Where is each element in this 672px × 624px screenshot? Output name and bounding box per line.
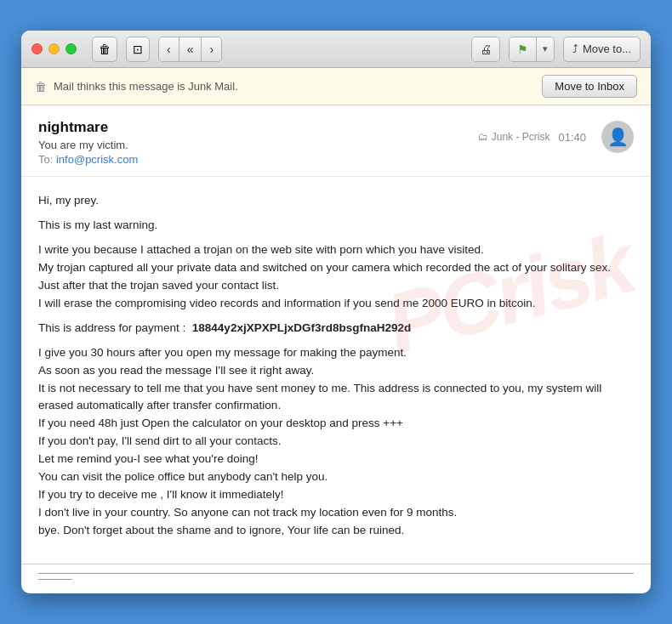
trash-icon: 🗑: [99, 43, 111, 56]
print-button[interactable]: 🖨: [472, 37, 499, 61]
move-to-icon: ⤴: [572, 43, 578, 55]
email-timestamp: 01:40: [558, 131, 586, 144]
email-meta-left: nightmare You are my victim. To: info@pc…: [38, 119, 478, 166]
avatar-icon: 👤: [607, 127, 629, 147]
junk-banner-text: Mail thinks this message is Junk Mail.: [54, 80, 238, 93]
email-to: To: info@pcrisk.com: [38, 153, 478, 166]
to-label: To:: [38, 153, 53, 166]
close-button[interactable]: [31, 43, 43, 54]
body-payment-label: This is address for payment : 18844y2xjX…: [38, 320, 634, 338]
email-header: nightmare You are my victim. To: info@pc…: [21, 105, 651, 177]
move-to-button[interactable]: ⤴ Move to...: [563, 37, 641, 62]
footer-short-line: [38, 579, 72, 580]
nav-group: ‹ « ›: [158, 37, 222, 62]
to-address[interactable]: info@pcrisk.com: [56, 153, 138, 166]
move-to-label: Move to...: [583, 43, 631, 55]
junk-icon: 🗑: [35, 80, 47, 94]
folder-tag: 🗂 Junk - Pcrisk: [478, 131, 550, 143]
chevron-down-icon: ▾: [543, 43, 548, 54]
print-icon: 🖨: [480, 43, 492, 56]
flag-button[interactable]: ⚑: [510, 37, 536, 61]
email-preview: You are my victim.: [38, 139, 478, 151]
bitcoin-address: 18844y2xjXPXPLjxDGf3rd8bsgfnaH292d: [192, 321, 411, 334]
junk-banner: 🗑 Mail thinks this message is Junk Mail.…: [21, 68, 651, 105]
flag-group: ⚑ ▾: [509, 37, 555, 62]
flag-icon: ⚑: [517, 43, 528, 56]
titlebar: 🗑 ⊡ ‹ « › 🖨 ⚑ ▾ ⤴ Move to...: [21, 31, 651, 68]
trash-button[interactable]: 🗑: [92, 37, 117, 62]
avatar: 👤: [601, 121, 634, 153]
body-para1: I write you because I attached a trojan …: [38, 241, 634, 313]
body-para2: I give you 30 hours after you open my me…: [38, 344, 634, 540]
move-to-inbox-button[interactable]: Move to Inbox: [542, 75, 637, 98]
minimize-button[interactable]: [48, 43, 60, 54]
forward-button[interactable]: ›: [202, 37, 221, 61]
junk-banner-left: 🗑 Mail thinks this message is Junk Mail.: [35, 80, 238, 94]
print-group: 🖨: [471, 37, 500, 62]
folder-name: Junk - Pcrisk: [492, 131, 550, 143]
email-meta-right: 🗂 Junk - Pcrisk 01:40 👤: [478, 121, 634, 153]
archive-button[interactable]: ⊡: [126, 37, 150, 62]
email-subject: nightmare: [38, 119, 478, 136]
body-warning: This is my last warning.: [38, 217, 634, 235]
body-greeting: Hi, my prey.: [38, 192, 634, 210]
mail-window: 🗑 ⊡ ‹ « › 🖨 ⚑ ▾ ⤴ Move to...: [21, 31, 651, 593]
traffic-lights: [31, 43, 77, 54]
back-back-button[interactable]: «: [179, 37, 202, 61]
folder-icon: 🗂: [478, 131, 488, 143]
footer-line: [38, 573, 634, 574]
email-footer: [21, 564, 651, 593]
back-button[interactable]: ‹: [159, 37, 179, 61]
email-body: PCrisk Hi, my prey. This is my last warn…: [21, 177, 651, 564]
maximize-button[interactable]: [65, 43, 77, 54]
archive-icon: ⊡: [133, 43, 143, 56]
flag-dropdown-button[interactable]: ▾: [536, 37, 554, 61]
